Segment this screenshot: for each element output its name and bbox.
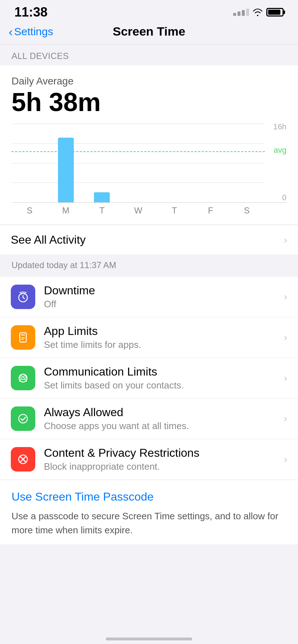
app-limits-chevron: › xyxy=(284,332,287,343)
comm-limits-icon xyxy=(11,366,35,390)
app-limits-text: App Limits Set time limits for apps. xyxy=(44,325,284,350)
app-limits-title: App Limits xyxy=(44,325,284,338)
downtime-icon xyxy=(11,285,35,309)
comm-limits-title: Communication Limits xyxy=(44,365,284,378)
bar-t1 xyxy=(84,124,120,202)
downtime-chevron: › xyxy=(284,291,287,303)
passcode-link[interactable]: Use Screen Time Passcode xyxy=(12,490,286,503)
content-privacy-text: Content & Privacy Restrictions Block ina… xyxy=(44,446,284,472)
comm-limits-subtitle: Set limits based on your contacts. xyxy=(44,380,284,391)
menu-section: Downtime Off › App Limits Set time limit… xyxy=(0,277,298,479)
downtime-title: Downtime xyxy=(44,284,284,297)
page-title: Screen Time xyxy=(113,24,185,38)
content-privacy-icon xyxy=(11,447,35,472)
comm-limits-chevron: › xyxy=(284,372,287,384)
bar-s2 xyxy=(229,124,265,202)
bar-w xyxy=(120,124,157,202)
day-label-t1: T xyxy=(84,206,120,216)
downtime-subtitle: Off xyxy=(44,299,284,310)
chart-bottom-label: 0 xyxy=(282,193,286,202)
signal-icon xyxy=(233,9,249,16)
menu-item-downtime[interactable]: Downtime Off › xyxy=(0,277,298,317)
menu-item-app-limits[interactable]: App Limits Set time limits for apps. › xyxy=(0,317,298,358)
daily-average-label: Daily Average xyxy=(12,75,286,87)
day-label-m: M xyxy=(48,206,84,216)
content-privacy-subtitle: Block inappropriate content. xyxy=(44,461,284,472)
always-allowed-title: Always Allowed xyxy=(44,406,284,419)
day-label-t2: T xyxy=(156,206,193,216)
status-time: 11:38 xyxy=(14,5,48,20)
avg-label: avg xyxy=(274,146,286,155)
svg-point-6 xyxy=(19,414,27,423)
status-icons xyxy=(233,8,284,17)
passcode-description: Use a passcode to secure Screen Time set… xyxy=(12,509,286,537)
svg-point-5 xyxy=(24,376,26,378)
menu-item-content-privacy[interactable]: Content & Privacy Restrictions Block ina… xyxy=(0,439,298,479)
svg-point-2 xyxy=(23,341,24,342)
day-label-f: F xyxy=(193,206,229,216)
app-limits-icon xyxy=(11,325,35,350)
see-all-activity-section: See All Activity › xyxy=(0,225,298,254)
always-allowed-subtitle: Choose apps you want at all times. xyxy=(44,420,284,432)
content-privacy-title: Content & Privacy Restrictions xyxy=(44,446,284,460)
back-label: Settings xyxy=(14,26,53,38)
see-all-activity-label: See All Activity xyxy=(11,233,284,247)
chart-top-label: 16h xyxy=(273,122,286,132)
menu-item-comm-limits[interactable]: Communication Limits Set limits based on… xyxy=(0,358,298,399)
status-bar: 11:38 xyxy=(0,0,298,22)
bar-m xyxy=(48,124,84,202)
wifi-icon xyxy=(253,8,263,16)
daily-average-value: 5h 38m xyxy=(12,89,286,115)
home-indicator xyxy=(106,638,192,640)
app-limits-subtitle: Set time limits for apps. xyxy=(44,339,284,350)
always-allowed-text: Always Allowed Choose apps you want at a… xyxy=(44,406,284,432)
day-label-s2: S xyxy=(229,206,265,216)
svg-point-4 xyxy=(20,376,23,378)
chart-area: Daily Average 5h 38m 16h 0 avg xyxy=(0,65,298,224)
day-labels: S M T W T F S xyxy=(12,203,265,217)
menu-item-always-allowed[interactable]: Always Allowed Choose apps you want at a… xyxy=(0,399,298,439)
bar-chart: 16h 0 avg xyxy=(12,124,286,203)
back-chevron-icon: ‹ xyxy=(9,26,13,38)
section-header-all-devices: ALL DEVICES xyxy=(0,45,298,65)
passcode-section: Use Screen Time Passcode Use a passcode … xyxy=(0,480,298,544)
nav-bar: ‹ Settings Screen Time xyxy=(0,22,298,45)
content-privacy-chevron: › xyxy=(284,454,287,465)
updated-label: Updated today at 11:37 AM xyxy=(0,254,298,276)
day-label-w: W xyxy=(120,206,157,216)
always-allowed-icon xyxy=(11,406,35,431)
day-label-s1: S xyxy=(12,206,48,216)
back-button[interactable]: ‹ Settings xyxy=(9,26,53,38)
downtime-text: Downtime Off xyxy=(44,284,284,310)
always-allowed-chevron: › xyxy=(284,413,287,424)
see-all-activity-button[interactable]: See All Activity › xyxy=(0,225,298,254)
comm-limits-text: Communication Limits Set limits based on… xyxy=(44,365,284,391)
bars-row xyxy=(12,124,265,202)
see-all-activity-chevron: › xyxy=(284,234,287,246)
bar-t2 xyxy=(156,124,193,202)
battery-icon xyxy=(266,8,284,17)
bar-f xyxy=(193,124,229,202)
bar-s1 xyxy=(12,124,48,202)
